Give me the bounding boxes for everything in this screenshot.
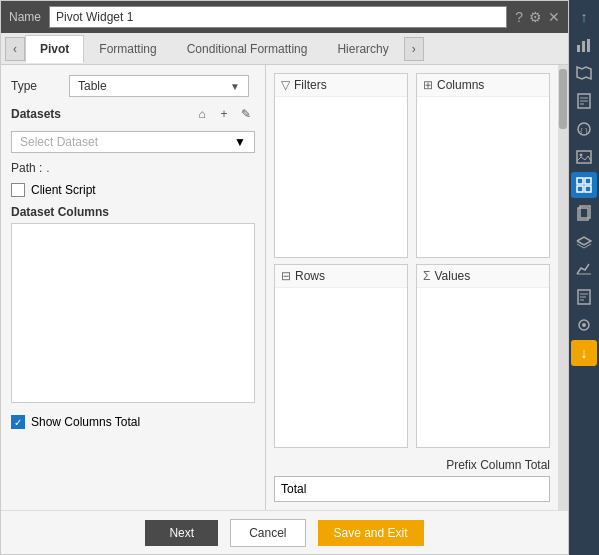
- sidebar-map-icon[interactable]: [571, 60, 597, 86]
- sidebar-arrow-down-icon[interactable]: ↓: [571, 340, 597, 366]
- sidebar-arrow-up-icon[interactable]: ↑: [571, 4, 597, 30]
- svg-rect-13: [585, 178, 591, 184]
- svg-rect-15: [585, 186, 591, 192]
- cancel-button[interactable]: Cancel: [230, 519, 305, 547]
- path-value: .: [46, 161, 49, 175]
- dataset-placeholder: Select Dataset: [20, 135, 98, 149]
- filters-header: ▽ Filters: [275, 74, 407, 97]
- prefix-label: Prefix Column Total: [274, 458, 550, 472]
- values-label: Values: [434, 269, 470, 283]
- datasets-home-icon[interactable]: ⌂: [193, 105, 211, 123]
- values-content[interactable]: [417, 288, 549, 448]
- rows-header: ⊟ Rows: [275, 265, 407, 288]
- close-icon[interactable]: ✕: [548, 9, 560, 25]
- sidebar-pages-icon[interactable]: [571, 200, 597, 226]
- footer: Next Cancel Save and Exit: [1, 510, 568, 554]
- type-label: Type: [11, 79, 61, 93]
- right-sidebar: ↑ { } ↓: [569, 0, 599, 555]
- rows-label: Rows: [295, 269, 325, 283]
- sidebar-settings-group-icon[interactable]: [571, 312, 597, 338]
- tab-prev-button[interactable]: ‹: [5, 37, 25, 61]
- svg-point-11: [580, 154, 583, 157]
- filters-label: Filters: [294, 78, 327, 92]
- tab-conditional-formatting[interactable]: Conditional Formatting: [172, 35, 323, 63]
- datasets-actions: ⌂ + ✎: [193, 105, 255, 123]
- next-button[interactable]: Next: [145, 520, 218, 546]
- columns-content[interactable]: [417, 97, 549, 257]
- datasets-edit-icon[interactable]: ✎: [237, 105, 255, 123]
- svg-rect-1: [582, 41, 585, 52]
- drag-areas-top: ▽ Filters ⊞ Columns: [274, 73, 550, 258]
- dataset-select[interactable]: Select Dataset ▼: [11, 131, 255, 153]
- show-total-label: Show Columns Total: [31, 415, 140, 429]
- type-value: Table: [78, 79, 107, 93]
- name-label: Name: [9, 10, 41, 24]
- svg-text:{ }: { }: [580, 126, 588, 135]
- sidebar-layers-icon[interactable]: [571, 228, 597, 254]
- sidebar-report-icon[interactable]: [571, 88, 597, 114]
- filters-icon: ▽: [281, 78, 290, 92]
- dataset-dropdown-arrow: ▼: [234, 135, 246, 149]
- prefix-input[interactable]: [274, 476, 550, 502]
- path-label: Path :: [11, 161, 42, 175]
- tab-bar: ‹ Pivot Formatting Conditional Formattin…: [1, 33, 568, 65]
- sidebar-image-icon[interactable]: [571, 144, 597, 170]
- svg-marker-3: [577, 67, 591, 79]
- widget-name-input[interactable]: [49, 6, 507, 28]
- right-panel: ▽ Filters ⊞ Columns: [266, 65, 558, 510]
- show-total-row: ✓ Show Columns Total: [11, 415, 255, 429]
- svg-rect-12: [577, 178, 583, 184]
- client-script-checkbox[interactable]: [11, 183, 25, 197]
- values-header: Σ Values: [417, 265, 549, 288]
- columns-header: ⊞ Columns: [417, 74, 549, 97]
- sidebar-download-report-icon[interactable]: [571, 284, 597, 310]
- dataset-columns-section: Dataset Columns: [11, 205, 255, 403]
- svg-rect-2: [587, 39, 590, 52]
- columns-area: ⊞ Columns: [416, 73, 550, 258]
- sidebar-grid-icon[interactable]: [571, 172, 597, 198]
- help-icon[interactable]: ?: [515, 9, 523, 25]
- drag-areas-bottom: ⊟ Rows Σ Values: [274, 264, 550, 449]
- type-row: Type Table ▼: [11, 75, 255, 97]
- svg-point-26: [582, 323, 586, 327]
- content-area: Type Table ▼ Datasets ⌂ + ✎: [1, 65, 568, 510]
- tab-next-button[interactable]: ›: [404, 37, 424, 61]
- type-dropdown-arrow: ▼: [230, 81, 240, 92]
- type-select[interactable]: Table ▼: [69, 75, 249, 97]
- tab-pivot[interactable]: Pivot: [25, 35, 84, 63]
- save-button[interactable]: Save and Exit: [318, 520, 424, 546]
- tab-hierarchy[interactable]: Hierarchy: [322, 35, 403, 63]
- filters-area: ▽ Filters: [274, 73, 408, 258]
- rows-area: ⊟ Rows: [274, 264, 408, 449]
- filters-content[interactable]: [275, 97, 407, 257]
- sidebar-code-icon[interactable]: { }: [571, 116, 597, 142]
- show-total-checkbox[interactable]: ✓: [11, 415, 25, 429]
- tab-formatting[interactable]: Formatting: [84, 35, 171, 63]
- datasets-row: Datasets ⌂ + ✎: [11, 105, 255, 123]
- scroll-bar[interactable]: [558, 65, 568, 510]
- client-script-row: Client Script: [11, 183, 255, 197]
- svg-rect-0: [577, 45, 580, 52]
- columns-icon: ⊞: [423, 78, 433, 92]
- scroll-thumb: [559, 69, 567, 129]
- datasets-label: Datasets: [11, 107, 61, 121]
- datasets-add-icon[interactable]: +: [215, 105, 233, 123]
- values-icon: Σ: [423, 269, 430, 283]
- path-row: Path : .: [11, 161, 255, 175]
- settings-icon[interactable]: ⚙: [529, 9, 542, 25]
- prefix-row: Prefix Column Total: [274, 458, 550, 502]
- rows-content[interactable]: [275, 288, 407, 448]
- sidebar-bar-chart-icon[interactable]: [571, 32, 597, 58]
- dataset-columns-box: [11, 223, 255, 403]
- client-script-label: Client Script: [31, 183, 96, 197]
- rows-icon: ⊟: [281, 269, 291, 283]
- values-area: Σ Values: [416, 264, 550, 449]
- dataset-columns-label: Dataset Columns: [11, 205, 255, 219]
- svg-rect-14: [577, 186, 583, 192]
- left-panel: Type Table ▼ Datasets ⌂ + ✎: [1, 65, 266, 510]
- title-bar: Name ? ⚙ ✕: [1, 1, 568, 33]
- sidebar-chart-bar-icon[interactable]: [571, 256, 597, 282]
- columns-label: Columns: [437, 78, 484, 92]
